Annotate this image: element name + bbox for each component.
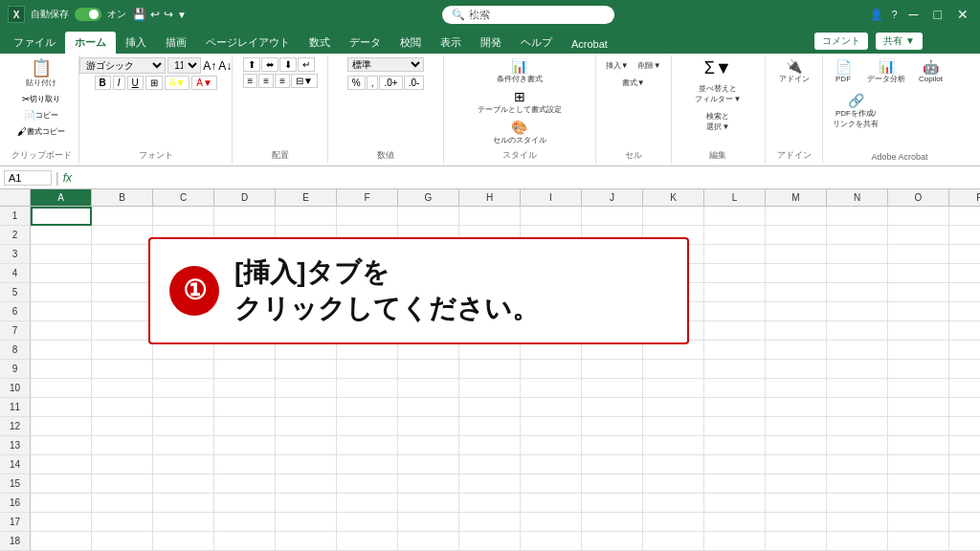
- cell-N13[interactable]: [827, 436, 888, 455]
- cell-M5[interactable]: [766, 283, 827, 302]
- cell-E13[interactable]: [276, 436, 337, 455]
- cell-H14[interactable]: [459, 455, 521, 474]
- cell-N3[interactable]: [827, 245, 888, 264]
- cell-B1[interactable]: [92, 207, 153, 226]
- cell-K1[interactable]: [643, 207, 704, 226]
- font-size-select[interactable]: 11: [167, 57, 201, 74]
- cell-J4[interactable]: [582, 264, 643, 283]
- cell-D14[interactable]: [214, 455, 276, 474]
- cell-E6[interactable]: [276, 302, 337, 321]
- cell-A5[interactable]: [31, 283, 92, 302]
- addin-button[interactable]: 🔌 アドイン: [775, 57, 813, 86]
- cell-L5[interactable]: [704, 283, 766, 302]
- cell-L13[interactable]: [704, 436, 766, 455]
- cell-K15[interactable]: [643, 474, 704, 494]
- cell-H8[interactable]: [459, 341, 521, 360]
- cell-C8[interactable]: [153, 341, 214, 360]
- row-header-2[interactable]: 2: [0, 226, 31, 245]
- cell-N10[interactable]: [827, 379, 888, 398]
- cell-D10[interactable]: [214, 379, 276, 398]
- cell-L3[interactable]: [704, 245, 766, 264]
- cell-G2[interactable]: [398, 226, 459, 245]
- cell-L11[interactable]: [704, 398, 766, 417]
- percent-button[interactable]: %: [347, 76, 366, 90]
- cell-A18[interactable]: [31, 532, 92, 551]
- cell-P17[interactable]: [949, 513, 980, 532]
- row-header-14[interactable]: 14: [0, 455, 31, 474]
- cell-L4[interactable]: [704, 264, 766, 283]
- cell-E5[interactable]: [276, 283, 337, 302]
- cell-O14[interactable]: [888, 455, 949, 474]
- cell-O7[interactable]: [888, 321, 949, 341]
- minimize-button[interactable]: ─: [905, 7, 923, 22]
- row-header-8[interactable]: 8: [0, 341, 31, 360]
- col-header-C[interactable]: C: [153, 189, 214, 206]
- align-bottom-button[interactable]: ⬇: [279, 57, 297, 72]
- cell-G15[interactable]: [398, 474, 459, 494]
- cell-H3[interactable]: [459, 245, 521, 264]
- cell-D13[interactable]: [214, 436, 276, 455]
- tab-file[interactable]: ファイル: [4, 32, 65, 54]
- cell-A13[interactable]: [31, 436, 92, 455]
- cell-M12[interactable]: [766, 417, 827, 436]
- cell-P8[interactable]: [949, 341, 980, 360]
- cell-J15[interactable]: [582, 474, 643, 494]
- cell-I9[interactable]: [521, 360, 582, 379]
- cell-L12[interactable]: [704, 417, 766, 436]
- cell-J5[interactable]: [582, 283, 643, 302]
- cell-K2[interactable]: [643, 226, 704, 245]
- cell-D9[interactable]: [214, 360, 276, 379]
- cell-reference-input[interactable]: [4, 170, 52, 186]
- cell-J14[interactable]: [582, 455, 643, 474]
- cell-J6[interactable]: [582, 302, 643, 321]
- cell-B8[interactable]: [92, 341, 153, 360]
- col-header-D[interactable]: D: [214, 189, 276, 206]
- corner-cell[interactable]: [0, 189, 31, 206]
- cell-O10[interactable]: [888, 379, 949, 398]
- format-as-table-button[interactable]: ⊞ テーブルとして書式設定: [474, 88, 566, 117]
- row-header-6[interactable]: 6: [0, 302, 31, 321]
- italic-button[interactable]: I: [113, 76, 125, 90]
- cell-C5[interactable]: [153, 283, 214, 302]
- redo-icon[interactable]: ↪: [164, 8, 173, 21]
- cell-D11[interactable]: [214, 398, 276, 417]
- cell-I5[interactable]: [521, 283, 582, 302]
- cell-D3[interactable]: [214, 245, 276, 264]
- align-left-button[interactable]: ≡: [243, 74, 258, 88]
- cell-E12[interactable]: [276, 417, 337, 436]
- cell-M3[interactable]: [766, 245, 827, 264]
- cell-P5[interactable]: [949, 283, 980, 302]
- customize-icon[interactable]: ▼: [177, 10, 187, 20]
- cell-K3[interactable]: [643, 245, 704, 264]
- cell-O12[interactable]: [888, 417, 949, 436]
- align-top-button[interactable]: ⬆: [243, 57, 260, 72]
- underline-button[interactable]: U: [127, 76, 144, 90]
- cell-J11[interactable]: [582, 398, 643, 417]
- comment-button[interactable]: コメント: [814, 33, 868, 50]
- cell-B6[interactable]: [92, 302, 153, 321]
- row-header-10[interactable]: 10: [0, 379, 31, 398]
- tab-draw[interactable]: 描画: [156, 32, 196, 54]
- cell-D6[interactable]: [214, 302, 276, 321]
- cell-K17[interactable]: [643, 513, 704, 532]
- cell-D12[interactable]: [214, 417, 276, 436]
- cell-H15[interactable]: [459, 474, 521, 494]
- bold-button[interactable]: B: [95, 76, 111, 90]
- cell-O11[interactable]: [888, 398, 949, 417]
- cell-P18[interactable]: [949, 532, 980, 551]
- row-header-13[interactable]: 13: [0, 436, 31, 455]
- cell-A8[interactable]: [31, 341, 92, 360]
- tab-developer[interactable]: 開発: [471, 32, 511, 54]
- cell-G8[interactable]: [398, 341, 459, 360]
- cell-O5[interactable]: [888, 283, 949, 302]
- cell-F5[interactable]: [337, 283, 398, 302]
- cell-N18[interactable]: [827, 532, 888, 551]
- cell-G11[interactable]: [398, 398, 459, 417]
- cell-E11[interactable]: [276, 398, 337, 417]
- cell-N17[interactable]: [827, 513, 888, 532]
- cell-B16[interactable]: [92, 494, 153, 513]
- copilot-button[interactable]: 🤖 Copilot: [915, 58, 947, 85]
- cell-M1[interactable]: [766, 207, 827, 226]
- row-header-12[interactable]: 12: [0, 417, 31, 436]
- create-pdf-button[interactable]: 🔗 PDFを作成/リンクを共有: [829, 92, 882, 131]
